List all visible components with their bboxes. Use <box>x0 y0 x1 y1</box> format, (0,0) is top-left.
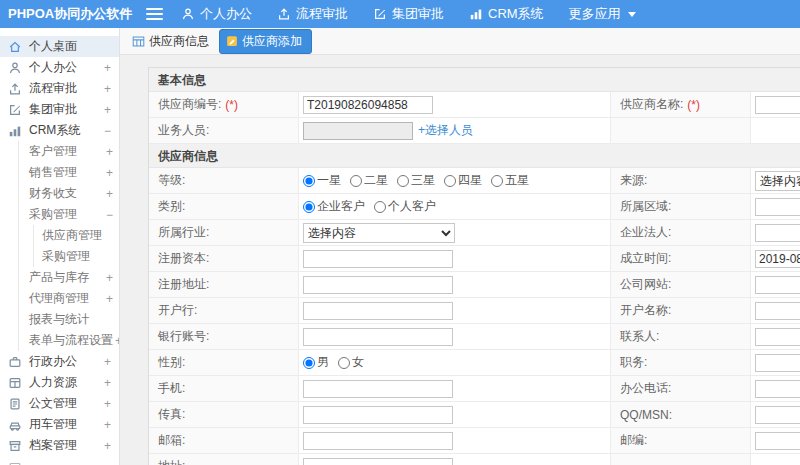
sidebar-item-label: 产品与库存 <box>29 269 89 286</box>
registered-capital-input[interactable] <box>303 250 453 268</box>
level-option-1star[interactable]: 一星 <box>303 172 341 189</box>
founded-date-input[interactable] <box>755 250 800 268</box>
user-icon <box>8 61 22 75</box>
legal-person-input[interactable] <box>755 224 800 242</box>
office-phone-input[interactable] <box>755 380 800 398</box>
level-radio[interactable] <box>444 175 456 187</box>
level-radio[interactable] <box>303 175 315 187</box>
sidebar-item-personal-office[interactable]: 个人办公 + <box>0 57 119 78</box>
nav-item-workflow-approval[interactable]: 流程审批 <box>277 0 348 28</box>
bank-input[interactable] <box>303 302 453 320</box>
form-row: 所属行业: 选择内容 企业法人: <box>149 220 800 246</box>
region-input[interactable] <box>755 198 800 216</box>
level-radio[interactable] <box>491 175 503 187</box>
category-option-enterprise[interactable]: 企业客户 <box>303 198 365 215</box>
sidebar-item-crm-system[interactable]: CRM系统 − <box>0 120 119 141</box>
postcode-input[interactable] <box>755 432 800 450</box>
nav-item-more-apps[interactable]: 更多应用 <box>569 0 636 28</box>
address-input[interactable] <box>303 458 453 465</box>
field-label-company-website: 公司网站: <box>611 272 751 297</box>
expand-icon[interactable]: + <box>104 145 113 159</box>
contact-person-input[interactable] <box>755 328 800 346</box>
sidebar-item-group-approval[interactable]: 集团审批 + <box>0 99 119 120</box>
sidebar-item-form-workflow-settings[interactable]: 表单与流程设置 + <box>19 330 119 351</box>
qq-msn-input[interactable] <box>755 406 800 424</box>
sidebar-item-purchase-management[interactable]: 采购管理 − <box>19 204 119 225</box>
source-select[interactable]: 选择内容 <box>755 171 800 191</box>
empty-field-cell <box>751 118 800 143</box>
gender-option-male[interactable]: 男 <box>303 354 329 371</box>
sidebar-item-label: 采购管理 <box>29 206 77 223</box>
hamburger-icon[interactable] <box>146 8 163 20</box>
expand-icon[interactable]: + <box>104 166 113 180</box>
archive-icon <box>8 439 22 453</box>
sidebar-item-document-management[interactable]: 公文管理 + <box>0 393 119 414</box>
select-staff-link[interactable]: +选择人员 <box>418 122 473 139</box>
email-input[interactable] <box>303 432 453 450</box>
nav-label: 个人办公 <box>200 5 252 23</box>
level-option-3star[interactable]: 三星 <box>397 172 435 189</box>
collapse-icon[interactable]: − <box>102 124 111 138</box>
gender-radio[interactable] <box>338 357 350 369</box>
empty-field-cell <box>751 454 800 465</box>
content-area: 基本信息 供应商编号: (*) 供应商名称: (*) <box>120 55 800 465</box>
expand-icon[interactable]: + <box>102 61 111 75</box>
empty-label-cell <box>611 118 751 143</box>
tab-supplier-info[interactable]: 供应商信息 <box>132 33 209 50</box>
expand-icon[interactable]: + <box>102 355 111 369</box>
gender-radio[interactable] <box>303 357 315 369</box>
fax-input[interactable] <box>303 406 453 424</box>
sidebar-item-archive-management[interactable]: 档案管理 + <box>0 435 119 456</box>
level-option-2star[interactable]: 二星 <box>350 172 388 189</box>
expand-icon[interactable]: + <box>102 103 111 117</box>
position-input[interactable] <box>755 354 800 372</box>
expand-icon[interactable]: + <box>113 334 120 348</box>
nav-item-group-approval[interactable]: 集团审批 <box>373 0 444 28</box>
sidebar-item-label: CRM系统 <box>29 122 80 139</box>
expand-icon[interactable]: + <box>102 397 111 411</box>
company-website-input[interactable] <box>755 276 800 294</box>
mobile-input[interactable] <box>303 380 453 398</box>
field-label-gender: 性别: <box>149 350 299 375</box>
expand-icon[interactable]: + <box>104 187 113 201</box>
nav-item-crm-system[interactable]: CRM系统 <box>469 0 544 28</box>
collapse-icon[interactable]: − <box>104 208 113 222</box>
expand-icon[interactable]: + <box>104 271 113 285</box>
sidebar-item-vehicle-management[interactable]: 用车管理 + <box>0 414 119 435</box>
expand-icon[interactable]: + <box>102 418 111 432</box>
sidebar-item-administration[interactable]: 行政办公 + <box>0 351 119 372</box>
sidebar-item-supplier-management[interactable]: 供应商管理 <box>34 225 119 246</box>
sidebar-item-human-resources[interactable]: 人力资源 + <box>0 372 119 393</box>
expand-icon[interactable]: + <box>104 292 113 306</box>
expand-icon[interactable]: + <box>102 82 111 96</box>
expand-icon[interactable]: + <box>102 439 111 453</box>
sidebar-item-personal-desktop[interactable]: 个人桌面 <box>0 36 119 57</box>
sidebar-item-reports-statistics[interactable]: 报表与统计 <box>19 309 119 330</box>
category-option-individual[interactable]: 个人客户 <box>374 198 436 215</box>
registered-address-input[interactable] <box>303 276 453 294</box>
level-radio[interactable] <box>350 175 362 187</box>
nav-item-personal-office[interactable]: 个人办公 <box>181 0 252 28</box>
industry-select[interactable]: 选择内容 <box>303 223 455 243</box>
sidebar-item-customer-management[interactable]: 客户管理 + <box>19 141 119 162</box>
sidebar-item-product-inventory[interactable]: 产品与库存 + <box>19 267 119 288</box>
staff-input[interactable] <box>303 122 413 140</box>
expand-icon[interactable]: + <box>102 376 111 390</box>
level-option-4star[interactable]: 四星 <box>444 172 482 189</box>
category-radio[interactable] <box>374 201 386 213</box>
gender-option-female[interactable]: 女 <box>338 354 364 371</box>
supplier-code-input[interactable] <box>303 96 433 114</box>
level-option-5star[interactable]: 五星 <box>491 172 529 189</box>
supplier-name-input[interactable] <box>755 96 800 114</box>
tab-supplier-add[interactable]: 供应商添加 <box>219 29 312 54</box>
sidebar-item-purchasing[interactable]: 采购管理 <box>34 246 119 267</box>
bank-account-input[interactable] <box>303 328 453 346</box>
sidebar-item-workflow-approval[interactable]: 流程审批 + <box>0 78 119 99</box>
sidebar-item-finance[interactable]: 财务收支 + <box>19 183 119 204</box>
sidebar-item-sales-management[interactable]: 销售管理 + <box>19 162 119 183</box>
account-name-input[interactable] <box>755 302 800 320</box>
category-radio[interactable] <box>303 201 315 213</box>
sidebar-item-agent-management[interactable]: 代理商管理 + <box>19 288 119 309</box>
level-radio[interactable] <box>397 175 409 187</box>
sidebar-item-partial[interactable] <box>0 456 119 465</box>
